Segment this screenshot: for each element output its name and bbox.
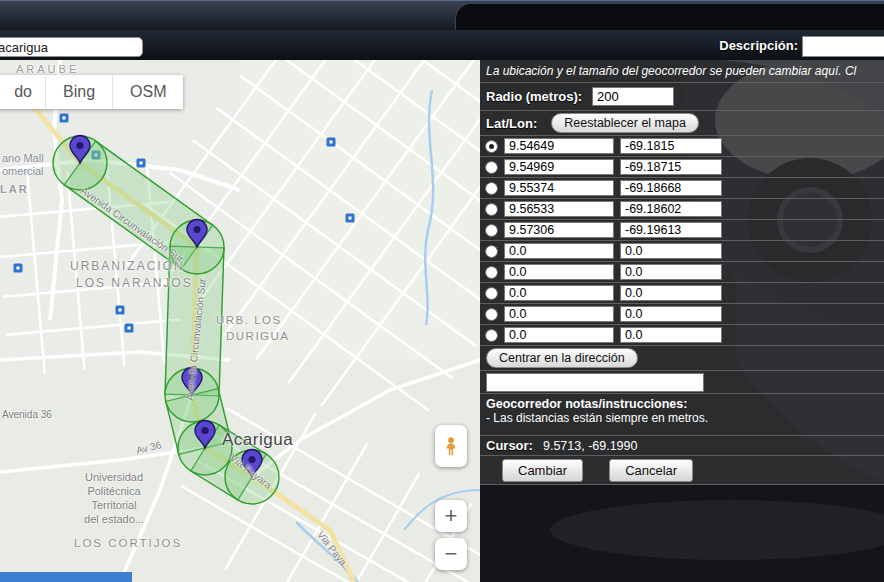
coordinate-row <box>480 157 884 178</box>
notes-line: - Las distancias están siempre en metros… <box>486 411 878 425</box>
coordinate-radio[interactable] <box>485 182 498 195</box>
lat-input[interactable] <box>504 264 614 280</box>
radius-row: Radio (metros): <box>480 83 884 111</box>
map-type-button-bing[interactable]: Bing <box>46 75 113 109</box>
coordinate-radio[interactable] <box>485 161 498 174</box>
lat-input[interactable] <box>504 159 614 175</box>
description-input[interactable] <box>802 36 884 57</box>
lon-input[interactable] <box>620 306 722 322</box>
panel-intro-text: La ubicación y el tamaño del geocorredor… <box>480 60 884 83</box>
radius-input[interactable] <box>592 87 674 106</box>
lon-input[interactable] <box>620 327 722 343</box>
lat-input[interactable] <box>504 285 614 301</box>
cursor-label: Cursor: <box>486 438 533 453</box>
coordinate-radio[interactable] <box>485 224 498 237</box>
action-buttons-row: Cambiar Cancelar <box>480 456 884 485</box>
cursor-coordinates: 9.5713, -69.1990 <box>543 439 638 453</box>
center-address-row: Centrar en la dirección <box>480 346 884 371</box>
reset-map-button[interactable]: Reestablecer el mapa <box>551 113 699 133</box>
coordinate-row <box>480 325 884 346</box>
map-tiles <box>0 60 480 582</box>
coordinate-row <box>480 136 884 157</box>
coordinate-rows <box>480 136 884 346</box>
map-type-control: doBingOSM <box>0 75 183 109</box>
lon-input[interactable] <box>620 201 722 217</box>
center-address-button[interactable]: Centrar en la dirección <box>486 348 638 368</box>
coordinate-radio[interactable] <box>485 329 498 342</box>
coordinate-row <box>480 304 884 325</box>
zoom-in-button[interactable]: + <box>435 500 467 532</box>
latlon-label: Lat/Lon: <box>486 116 537 131</box>
app-window: Descripción: <box>0 0 884 582</box>
notes-row: Geocorredor notas/instrucciones: - Las d… <box>480 394 884 436</box>
change-button[interactable]: Cambiar <box>502 459 583 482</box>
lat-input[interactable] <box>504 327 614 343</box>
notes-title: Geocorredor notas/instrucciones: <box>486 397 878 411</box>
coordinate-row <box>480 199 884 220</box>
pegman-button[interactable] <box>435 425 467 467</box>
address-row <box>480 371 884 394</box>
radius-label: Radio (metros): <box>486 89 582 104</box>
lon-input[interactable] <box>620 222 722 238</box>
cancel-button[interactable]: Cancelar <box>609 459 693 482</box>
coordinate-radio[interactable] <box>485 287 498 300</box>
map-type-button-do[interactable]: do <box>0 75 46 109</box>
zoom-out-button[interactable]: − <box>435 538 467 570</box>
map-type-button-osm[interactable]: OSM <box>113 75 183 109</box>
lat-input[interactable] <box>504 180 614 196</box>
address-input[interactable] <box>486 373 704 392</box>
coordinate-row <box>480 262 884 283</box>
lat-input[interactable] <box>504 138 614 154</box>
geofence-panel: La ubicación y el tamaño del geocorredor… <box>480 60 884 582</box>
lat-input[interactable] <box>504 306 614 322</box>
pegman-icon <box>441 431 461 461</box>
lon-input[interactable] <box>620 243 722 259</box>
coordinate-row <box>480 283 884 304</box>
map-canvas[interactable]: ARAUBE ano Mall omercial LAR URBANIZACIÓ… <box>0 60 480 582</box>
coordinate-row <box>480 178 884 199</box>
lon-input[interactable] <box>620 159 722 175</box>
toolbar: Descripción: <box>0 30 884 60</box>
coordinate-radio[interactable] <box>485 245 498 258</box>
coordinate-radio[interactable] <box>485 203 498 216</box>
coordinate-radio[interactable] <box>485 266 498 279</box>
search-input[interactable] <box>0 37 143 57</box>
description-label: Descripción: <box>719 38 798 53</box>
latlon-header-row: Lat/Lon: Reestablecer el mapa <box>480 111 884 136</box>
bottom-blue-strip <box>0 572 132 582</box>
cursor-row: Cursor: 9.5713, -69.1990 <box>480 436 884 456</box>
coordinate-row <box>480 241 884 262</box>
lon-input[interactable] <box>620 138 722 154</box>
lat-input[interactable] <box>504 201 614 217</box>
coordinate-row <box>480 220 884 241</box>
lon-input[interactable] <box>620 264 722 280</box>
title-bar <box>0 0 884 30</box>
lat-input[interactable] <box>504 222 614 238</box>
lon-input[interactable] <box>620 285 722 301</box>
lat-input[interactable] <box>504 243 614 259</box>
coordinate-radio[interactable] <box>485 308 498 321</box>
coordinate-radio[interactable] <box>485 140 498 153</box>
lon-input[interactable] <box>620 180 722 196</box>
